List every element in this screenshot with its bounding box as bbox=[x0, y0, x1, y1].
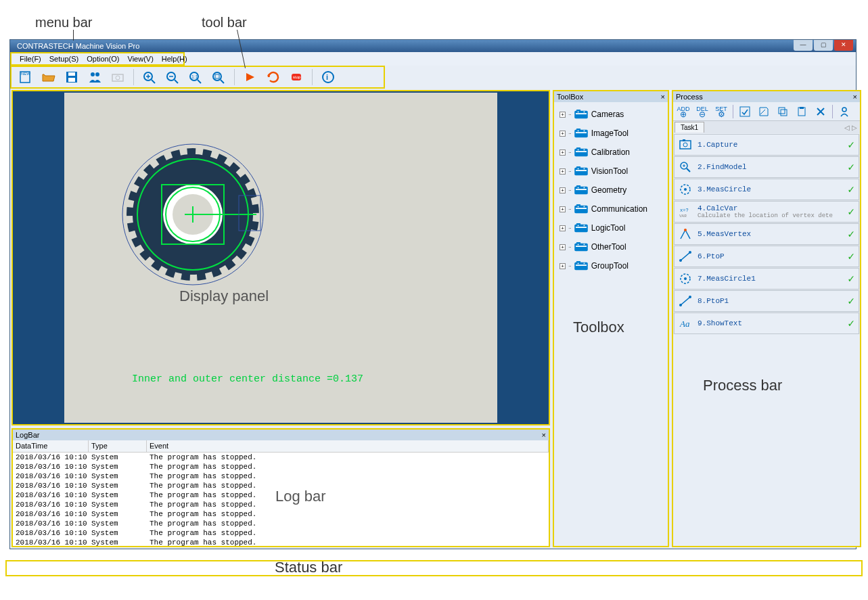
process-item-findmodel[interactable]: 2.FindModel ✓ bbox=[674, 156, 859, 178]
process-item-meascircle1[interactable]: 7.MeasCircle1 ✓ bbox=[674, 268, 859, 290]
expand-icon[interactable]: + bbox=[559, 112, 566, 118]
log-cell-dt: 2018/03/16 10:10:18 bbox=[13, 519, 89, 528]
process-item-capture[interactable]: 1.Capture ✓ bbox=[674, 134, 859, 156]
toolbox-title: ToolBox bbox=[557, 93, 583, 101]
expand-icon[interactable]: + bbox=[559, 225, 566, 231]
zoom-in-icon[interactable] bbox=[139, 68, 160, 87]
svg-line-112 bbox=[681, 297, 690, 305]
log-col-type[interactable]: Type bbox=[89, 440, 147, 452]
menu-help[interactable]: Help(H) bbox=[158, 53, 191, 64]
toolbox-close-icon[interactable]: × bbox=[661, 91, 665, 102]
zoom-fit-icon[interactable]: 1:1 bbox=[185, 68, 206, 87]
process-item-ptop[interactable]: 6.PtoP ✓ bbox=[674, 246, 859, 267]
svg-point-44 bbox=[583, 112, 585, 113]
zoom-region-icon[interactable] bbox=[208, 68, 229, 87]
expand-icon[interactable]: + bbox=[559, 206, 566, 212]
svg-point-19 bbox=[213, 72, 221, 80]
process-item-ptop1[interactable]: 8.PtoP1 ✓ bbox=[674, 290, 859, 312]
menu-file[interactable]: File(F) bbox=[16, 53, 45, 64]
process-edit-icon[interactable] bbox=[737, 104, 752, 119]
save-icon[interactable] bbox=[62, 68, 82, 87]
toolbox-item-communication[interactable]: + ··· Communication bbox=[555, 200, 666, 218]
toolbox-item-cameras[interactable]: + ··· Cameras bbox=[555, 105, 666, 124]
log-row[interactable]: 2018/03/16 10:10:20 System The program h… bbox=[13, 462, 549, 471]
log-col-datetime[interactable]: DataTime bbox=[13, 440, 89, 452]
menu-setup[interactable]: Setup(S) bbox=[45, 53, 83, 64]
toolbox-item-label: OtherTool bbox=[591, 242, 626, 252]
check-icon: ✓ bbox=[848, 250, 854, 263]
process-del-button[interactable]: DEL⊖ bbox=[695, 104, 710, 119]
about-icon[interactable]: i bbox=[318, 68, 338, 87]
menu-bar: File(F) Setup(S) Option(O) View(V) Help(… bbox=[10, 52, 185, 66]
log-row[interactable]: 2018/03/16 10:10:18 System The program h… bbox=[13, 519, 549, 528]
process-panel: Process × ADD⊕ DEL⊖ SET⚙ T bbox=[672, 90, 861, 547]
process-item-calcvar[interactable]: x=?VAR 4.CalcVarCalculate the location o… bbox=[674, 201, 859, 223]
process-item-meascircle[interactable]: 3.MeasCircle ✓ bbox=[674, 179, 859, 200]
process-item-measvertex[interactable]: 5.MeasVertex ✓ bbox=[674, 223, 859, 245]
process-tab-task1[interactable]: Task1 bbox=[675, 122, 704, 133]
process-paste-icon[interactable] bbox=[794, 104, 809, 119]
display-panel[interactable]: Display panel Inner and outer center dis… bbox=[12, 90, 550, 425]
check-icon: ✓ bbox=[848, 183, 854, 196]
process-toolbar: ADD⊕ DEL⊖ SET⚙ bbox=[673, 102, 860, 121]
log-row[interactable]: 2018/03/16 10:10:18 System The program h… bbox=[13, 528, 549, 538]
minimize-button[interactable]: — bbox=[794, 40, 813, 51]
expand-icon[interactable]: + bbox=[559, 244, 566, 250]
svg-point-64 bbox=[583, 187, 585, 189]
process-add-button[interactable]: ADD⊕ bbox=[676, 104, 691, 119]
svg-point-113 bbox=[679, 304, 682, 306]
log-row[interactable]: 2018/03/16 10:10:18 System The program h… bbox=[13, 509, 549, 519]
log-cell-dt: 2018/03/16 10:10:22 bbox=[13, 453, 89, 462]
camera-icon[interactable] bbox=[108, 68, 128, 87]
process-set-button[interactable]: SET⚙ bbox=[714, 104, 729, 119]
toolbox-folder-icon bbox=[574, 260, 589, 271]
svg-point-49 bbox=[583, 131, 585, 132]
toolbox-item-geometry[interactable]: + ··· Geometry bbox=[555, 181, 666, 200]
toolbox-item-othertool[interactable]: + ··· OtherTool bbox=[555, 237, 666, 256]
log-row[interactable]: 2018/03/16 10:10:19 System The program h… bbox=[13, 471, 549, 481]
log-cell-dt: 2018/03/16 10:10:20 bbox=[13, 462, 89, 471]
svg-text:x=?: x=? bbox=[680, 208, 689, 213]
log-close-icon[interactable]: × bbox=[542, 430, 546, 440]
stop-icon[interactable]: stop bbox=[286, 68, 306, 87]
process-delete-icon[interactable] bbox=[813, 104, 828, 119]
toolbox-folder-icon bbox=[574, 223, 589, 233]
process-tab-nav[interactable]: ◁ ▷ bbox=[844, 124, 860, 131]
toolbox-item-calibration[interactable]: + ··· Calibration bbox=[555, 143, 666, 162]
expand-icon[interactable]: + bbox=[559, 168, 566, 175]
process-note-icon[interactable] bbox=[756, 104, 771, 119]
maximize-button[interactable]: ▢ bbox=[814, 40, 833, 51]
svg-rect-86 bbox=[779, 108, 785, 114]
close-button[interactable]: ✕ bbox=[834, 40, 853, 51]
menu-option[interactable]: Option(O) bbox=[83, 53, 123, 64]
svg-line-17 bbox=[198, 80, 201, 83]
toolbox-item-grouptool[interactable]: + ··· GroupTool bbox=[555, 256, 666, 275]
log-row[interactable]: 2018/03/16 10:10:07 System The program h… bbox=[13, 538, 549, 547]
process-copy-icon[interactable] bbox=[775, 104, 790, 119]
zoom-out-icon[interactable] bbox=[162, 68, 183, 87]
display-overlay-text: Inner and outer center distance =0.137 bbox=[132, 373, 363, 385]
expand-icon[interactable]: + bbox=[559, 263, 566, 269]
run-icon[interactable] bbox=[240, 68, 260, 87]
log-col-event[interactable]: Event bbox=[147, 440, 549, 452]
open-icon[interactable] bbox=[39, 68, 59, 87]
log-cell-event: The program has stopped. bbox=[147, 509, 549, 519]
toolbox-folder-icon bbox=[574, 185, 589, 195]
loop-icon[interactable] bbox=[263, 68, 283, 87]
new-icon[interactable]: NEW bbox=[16, 68, 36, 87]
log-row[interactable]: 2018/03/16 10:10:22 System The program h… bbox=[13, 453, 549, 462]
toolbox-item-imagetool[interactable]: + ··· ImageTool bbox=[555, 124, 666, 143]
toolbox-item-visiontool[interactable]: + ··· VisionTool bbox=[555, 162, 666, 181]
process-item-showtext[interactable]: Aa 9.ShowText ✓ bbox=[674, 313, 859, 334]
expand-icon[interactable]: + bbox=[559, 131, 566, 137]
process-close-icon[interactable]: × bbox=[853, 91, 857, 102]
log-cell-type: System bbox=[89, 453, 147, 462]
process-user-icon[interactable] bbox=[837, 104, 852, 119]
expand-icon[interactable]: + bbox=[559, 149, 566, 156]
toolbox-item-logictool[interactable]: + ··· LogicTool bbox=[555, 218, 666, 237]
svg-rect-66 bbox=[576, 204, 580, 206]
menu-view[interactable]: View(V) bbox=[124, 53, 158, 64]
users-icon[interactable] bbox=[85, 68, 105, 87]
expand-icon[interactable]: + bbox=[559, 187, 566, 193]
svg-rect-56 bbox=[576, 166, 580, 168]
